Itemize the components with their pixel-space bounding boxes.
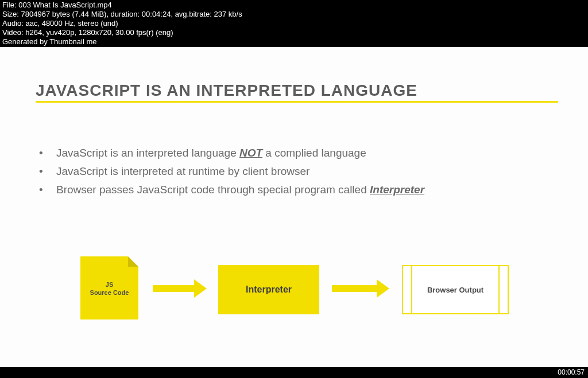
arrow-right-icon [332,283,389,294]
meta-file: File: 003 What Is JavaScript.mp4 [2,1,586,10]
flow-diagram: JS Source Code Interpreter Browser Outpu… [0,252,588,333]
bullet-dot-icon: • [36,163,56,180]
bullet-list: • JavaScript is an interpreted language … [36,145,541,200]
meta-generated: Generated by Thumbnail me [2,37,586,46]
bullet-text: Browser passes JavaScript code through s… [56,181,424,198]
metadata-header: File: 003 What Is JavaScript.mp4 Size: 7… [0,0,588,48]
slide-frame: JAVASCRIPT IS AN INTERPRETED LANGUAGE • … [0,47,588,367]
bullet-item: • JavaScript is an interpreted language … [36,145,541,162]
js-source-label: JS Source Code [80,280,138,297]
browser-output-label: Browser Output [403,266,508,313]
title-underline [36,101,558,103]
bullet-dot-icon: • [36,181,56,198]
bullet-text: JavaScript is an interpreted language NO… [56,145,366,162]
bullet-item: • Browser passes JavaScript code through… [36,181,541,198]
timestamp-footer: 00:00:57 [0,367,588,378]
interpreter-box: Interpreter [218,265,319,314]
bullet-text: JavaScript is interpreted at runtime by … [56,163,310,180]
bullet-item: • JavaScript is interpreted at runtime b… [36,163,541,180]
slide-title: JAVASCRIPT IS AN INTERPRETED LANGUAGE [36,81,558,100]
meta-audio: Audio: aac, 48000 Hz, stereo (und) [2,19,586,28]
timestamp: 00:00:57 [558,368,585,376]
meta-size: Size: 7804967 bytes (7.44 MiB), duration… [2,10,586,19]
arrow-right-icon [153,283,207,294]
js-source-doc-icon: JS Source Code [80,256,138,319]
page-fold-icon [128,256,138,267]
bullet-dot-icon: • [36,145,56,162]
browser-output-box: Browser Output [402,265,509,314]
meta-video: Video: h264, yuv420p, 1280x720, 30.00 fp… [2,28,586,37]
